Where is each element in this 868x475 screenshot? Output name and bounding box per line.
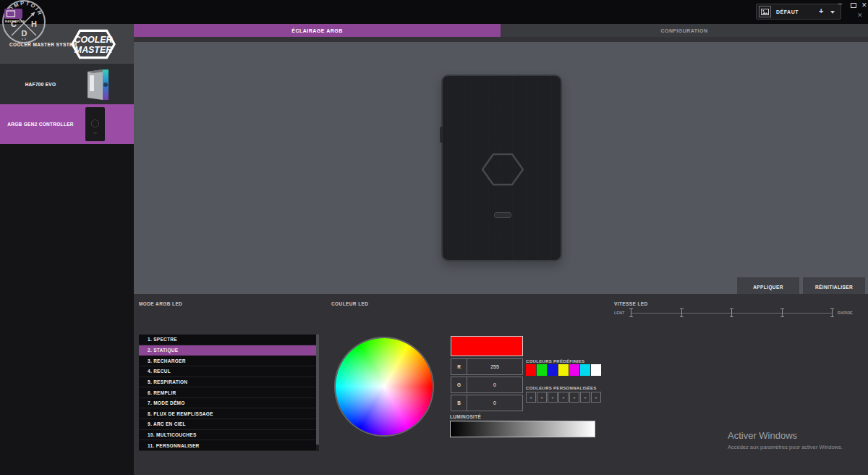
masterplus-badge-icon: MASTERPLUS: [4, 9, 25, 23]
custom-color-add-button[interactable]: +: [526, 392, 536, 403]
custom-color-add-button[interactable]: +: [580, 392, 590, 403]
settings-panel: MODE ARGB LED COULEUR LED VITESSE LED LE…: [134, 294, 868, 475]
preset-color-swatch[interactable]: [591, 364, 601, 376]
preset-swatch-row: [526, 364, 601, 376]
preset-color-swatch[interactable]: [526, 364, 536, 376]
speed-min-label: LENT: [614, 311, 624, 315]
red-channel-field[interactable]: R 255: [451, 358, 523, 375]
device-preview-stage: APPLIQUER RÉINITIALISER: [134, 42, 868, 295]
color-section-title: COULEUR LED: [331, 301, 368, 306]
minimize-button[interactable]: –: [838, 1, 842, 7]
custom-swatch-row: +++++++: [526, 392, 601, 403]
device-side-button: [440, 127, 443, 143]
mode-section-title: MODE ARGB LED: [139, 301, 182, 306]
watermark-letter-h: H: [31, 20, 37, 28]
brightness-label: LUMINOSITÉ: [450, 414, 481, 419]
cooler-master-hexagon-icon: [480, 152, 525, 190]
custom-color-add-button[interactable]: +: [569, 392, 579, 403]
color-wheel[interactable]: [336, 338, 433, 435]
comptoir-watermark-logo: COMPTOIR C H D MASTERPLUS: [1, 0, 47, 46]
custom-color-add-button[interactable]: +: [548, 392, 558, 403]
controller-thumbnail-icon: [85, 107, 105, 141]
profile-selector[interactable]: DÉFAUT +: [756, 4, 841, 20]
mode-list-item[interactable]: 8. FLUX DE REMPLISSAGE: [139, 408, 316, 419]
custom-color-add-button[interactable]: +: [558, 392, 569, 403]
masterplus-badge-label: MASTERPLUS: [5, 20, 25, 23]
preset-color-swatch[interactable]: [558, 364, 569, 376]
profile-name: DÉFAUT: [776, 9, 799, 14]
mode-list-item[interactable]: 4. RECUL: [139, 366, 316, 377]
mode-list-item[interactable]: 10. MULTICOUCHES: [139, 430, 316, 441]
sidebar: COOLER MASTER SYSTEM COOLER MASTER HAF70…: [0, 24, 134, 475]
channel-value[interactable]: 255: [467, 359, 522, 374]
tab-configuration[interactable]: CONFIGURATION: [501, 24, 868, 37]
speed-slider-tick[interactable]: [629, 308, 634, 318]
speed-slider-ticks: [631, 308, 832, 318]
custom-colors-label: COULEURS PERSONNALISÉES: [526, 386, 597, 390]
channel-label: G: [451, 377, 467, 392]
custom-color-add-button[interactable]: +: [591, 392, 601, 403]
green-channel-field[interactable]: G 0: [451, 377, 523, 393]
speed-slider-tick[interactable]: [729, 308, 734, 318]
title-bar: DÉFAUT + – ✕ ✕: [0, 0, 868, 24]
add-profile-button[interactable]: +: [819, 7, 823, 15]
mode-list-item[interactable]: 3. RECHARGER: [139, 356, 316, 366]
channel-label: B: [451, 395, 467, 411]
watermark-corner-mark: ✕: [857, 12, 863, 19]
tab-eclairage-argb[interactable]: ÉCLAIRAGE ARGB: [134, 24, 501, 37]
profile-image-icon: [759, 6, 771, 17]
preset-color-swatch[interactable]: [580, 364, 590, 376]
channel-value[interactable]: 0: [467, 377, 522, 392]
mode-list-item[interactable]: 7. MODE DÉMO: [139, 398, 316, 409]
logo-line2: MASTER: [75, 45, 112, 55]
speed-max-label: RAPIDE: [838, 311, 853, 315]
mode-list-item[interactable]: 11. PERSONNALISER: [139, 440, 316, 451]
preset-color-swatch[interactable]: [537, 364, 547, 376]
preset-color-swatch[interactable]: [569, 364, 579, 376]
blue-channel-field[interactable]: B 0: [451, 395, 523, 411]
speed-slider-tick[interactable]: [830, 308, 835, 318]
windows-activation-subtitle: Accédez aux paramètres pour activer Wind…: [728, 444, 843, 450]
current-color-swatch: [451, 336, 523, 356]
mode-list-item[interactable]: 1. SPECTRE: [139, 335, 316, 345]
channel-value[interactable]: 0: [467, 395, 522, 411]
device-indicator-light: [494, 212, 511, 218]
mode-list-item[interactable]: 5. RESPIRATION: [139, 377, 316, 388]
mode-list-item[interactable]: 9. ARC EN CIEL: [139, 419, 316, 430]
preset-color-swatch[interactable]: [548, 364, 558, 376]
speed-section-title: VITESSE LED: [614, 301, 648, 306]
chevron-down-icon[interactable]: [830, 11, 835, 14]
brightness-slider[interactable]: [450, 421, 595, 437]
mode-list-item[interactable]: 6. REMPLIR: [139, 387, 316, 398]
speed-slider-tick[interactable]: [780, 308, 785, 318]
watermark-letter-d: D: [22, 29, 27, 38]
channel-label: R: [451, 359, 467, 374]
preset-colors-label: COULEURS PRÉDÉFINIES: [526, 359, 584, 363]
pc-case-thumbnail-icon: [81, 67, 114, 104]
sidebar-item-argb-gen2-controller[interactable]: ARGB GEN2 CONTROLLER: [0, 104, 134, 144]
cooler-master-logo: COOLER MASTER: [71, 29, 116, 62]
argb-controller-preview: [441, 75, 562, 261]
device-label: HAF700 EVO: [0, 64, 81, 104]
windows-activation-title: Activer Windows: [728, 430, 797, 441]
sidebar-item-haf700-evo[interactable]: HAF700 EVO: [0, 64, 134, 104]
mode-list-item[interactable]: 2. STATIQUE: [139, 345, 316, 356]
scrollbar-thumb[interactable]: [316, 335, 319, 445]
logo-line1: COOLER: [74, 35, 112, 45]
speed-slider-tick[interactable]: [679, 308, 684, 318]
tab-bar: ÉCLAIRAGE ARGB CONFIGURATION: [134, 24, 868, 37]
custom-color-add-button[interactable]: +: [537, 392, 547, 403]
mode-list-scrollbar[interactable]: [316, 335, 319, 451]
close-button[interactable]: ✕: [861, 2, 867, 9]
mode-list: 1. SPECTRE2. STATIQUE3. RECHARGER4. RECU…: [139, 335, 316, 451]
device-label: ARGB GEN2 CONTROLLER: [0, 104, 81, 144]
restore-button[interactable]: [851, 3, 856, 8]
